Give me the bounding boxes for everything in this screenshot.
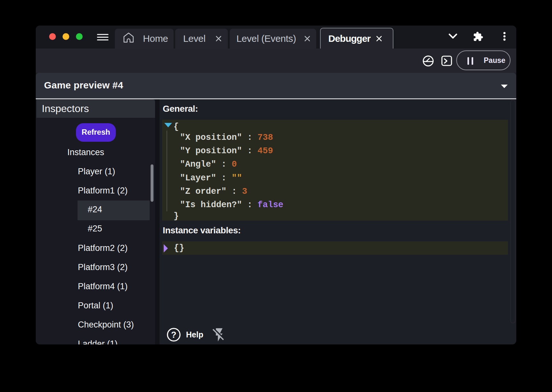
svg-text:?: ? (171, 330, 176, 340)
